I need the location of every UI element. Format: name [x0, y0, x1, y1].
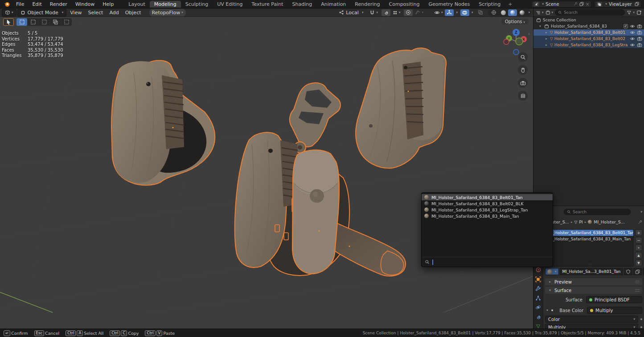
- tab-rendering[interactable]: Rendering: [350, 1, 384, 8]
- material-name-field[interactable]: MI_Holster_Sa...3_Belt01_Tan: [560, 268, 623, 275]
- ortho-grid-icon[interactable]: [518, 91, 528, 101]
- preview-panel-header[interactable]: ▸ Preview: [545, 278, 642, 285]
- overlays-toggle[interactable]: [460, 9, 469, 16]
- hide-eye-icon[interactable]: [630, 30, 635, 35]
- shading-rendered-button[interactable]: [517, 9, 526, 16]
- menu-object[interactable]: Object: [123, 9, 144, 16]
- panel-grip[interactable]: [635, 281, 640, 283]
- tab-animation[interactable]: Animation: [316, 1, 350, 8]
- view-layer-icon[interactable]: [596, 2, 602, 7]
- tab-layout[interactable]: Layout: [124, 1, 149, 8]
- snap-toggle[interactable]: [381, 9, 390, 16]
- zoom-icon[interactable]: [518, 52, 528, 62]
- copy-material-icon[interactable]: [633, 268, 642, 275]
- hide-eye-icon[interactable]: [630, 36, 635, 41]
- tab-modeling[interactable]: Modeling: [150, 1, 181, 8]
- chevron-down-icon[interactable]: ▾: [528, 11, 530, 14]
- tab-physics-icon[interactable]: [535, 305, 541, 310]
- outliner-search-input[interactable]: [564, 10, 622, 15]
- proportional-editing-toggle[interactable]: [404, 9, 413, 16]
- select-mode-subtract-button[interactable]: [39, 18, 49, 26]
- collapse-arrow-icon[interactable]: ▾: [545, 309, 550, 312]
- shading-solid-button[interactable]: [499, 9, 508, 16]
- blender-logo-icon[interactable]: [4, 1, 10, 7]
- collapse-arrow-icon[interactable]: ▾: [538, 24, 542, 28]
- outliner-search[interactable]: [555, 9, 625, 16]
- menu-window[interactable]: Window: [71, 1, 98, 7]
- scene-selector[interactable]: ▾ Scene ×: [531, 1, 592, 8]
- snap-mode-selector[interactable]: ▾: [391, 9, 402, 16]
- tab-particles-icon[interactable]: [535, 295, 541, 301]
- mode-selector[interactable]: Object Mode▾: [17, 9, 67, 16]
- outliner-filter-icon[interactable]: ▾: [627, 10, 635, 15]
- chevron-down-icon[interactable]: ▾: [472, 11, 473, 14]
- remove-slot-button[interactable]: −: [635, 237, 642, 244]
- view-layer-selector[interactable]: ▾ ViewLayer: [594, 1, 641, 8]
- tab-texture-paint[interactable]: Texture Paint: [247, 1, 288, 8]
- properties-search[interactable]: [564, 209, 631, 215]
- menu-select[interactable]: Select: [85, 9, 106, 16]
- browse-material-button[interactable]: ▾: [545, 268, 559, 275]
- pan-hand-icon[interactable]: [518, 65, 528, 75]
- hide-eye-icon[interactable]: [630, 24, 635, 29]
- pin-icon[interactable]: [638, 220, 642, 224]
- visibility-dropdown[interactable]: ▾: [433, 9, 444, 16]
- tab-constraints-icon[interactable]: [535, 314, 541, 320]
- menu-add[interactable]: Add: [107, 9, 121, 16]
- select-mode-new-button[interactable]: [16, 18, 27, 26]
- outliner-display-mode-icon[interactable]: ▾: [536, 10, 544, 15]
- outliner-collection-icon[interactable]: ▾: [546, 10, 554, 15]
- keyframe-dot[interactable]: [640, 326, 642, 328]
- menu-file[interactable]: File: [12, 1, 28, 7]
- new-collection-icon[interactable]: [636, 10, 642, 15]
- scene-icon[interactable]: [533, 2, 539, 7]
- proportional-falloff-selector[interactable]: ▾: [414, 9, 425, 16]
- fake-user-shield-icon[interactable]: [624, 268, 632, 275]
- menu-render[interactable]: Render: [46, 1, 71, 7]
- add-workspace-button[interactable]: +: [505, 1, 515, 8]
- keyframe-dot[interactable]: [640, 318, 642, 320]
- disable-render-camera-icon[interactable]: [637, 30, 642, 35]
- add-slot-button[interactable]: +: [635, 229, 642, 236]
- camera-view-icon[interactable]: [518, 78, 528, 88]
- tab-object-icon[interactable]: [535, 276, 541, 282]
- disable-render-camera-icon[interactable]: [637, 42, 642, 48]
- properties-search-input[interactable]: [573, 210, 628, 214]
- move-slot-down-button[interactable]: ▼: [635, 260, 642, 266]
- outliner-row-belt02[interactable]: ▸ ▽ Holster_Safariland_6384_83_Belt02: [533, 36, 644, 42]
- sidebar-toggle-arrow[interactable]: ‹: [528, 32, 530, 36]
- xray-toggle[interactable]: [476, 9, 485, 16]
- outliner-row-legstrap[interactable]: ▸ ▽ Holster_Safariland_6384_83_LegStrap: [533, 42, 644, 48]
- options-dropdown[interactable]: Options▾: [501, 19, 529, 24]
- menu-edit[interactable]: Edit: [28, 1, 45, 7]
- shading-wireframe-button[interactable]: [489, 9, 498, 16]
- breadcrumb-material-name[interactable]: MI_Holster_S...: [594, 219, 625, 224]
- copy-scene-icon[interactable]: [579, 2, 584, 6]
- surface-panel-header[interactable]: ▾ Surface: [545, 287, 642, 294]
- chevron-down-icon[interactable]: ▾: [640, 210, 642, 214]
- popup-material-item[interactable]: MI_Holster_Safariland_6384_83_LegStrap_T…: [422, 207, 553, 213]
- tab-scripting[interactable]: Scripting: [474, 1, 505, 8]
- panel-grip[interactable]: [635, 289, 640, 292]
- slot-specials-menu[interactable]: ▾: [635, 244, 642, 251]
- disable-render-camera-icon[interactable]: [637, 24, 642, 29]
- copy-view-layer-icon[interactable]: [635, 2, 639, 6]
- popup-search-field[interactable]: [422, 257, 553, 267]
- shading-material-preview-button[interactable]: [508, 9, 517, 16]
- tab-geometry-nodes[interactable]: Geometry Nodes: [424, 1, 474, 8]
- viewport-canvas[interactable]: [0, 17, 533, 329]
- expand-arrow-icon[interactable]: ▸: [544, 37, 549, 41]
- gizmos-toggle[interactable]: [445, 9, 454, 16]
- snap-target-selector[interactable]: ▾: [367, 9, 381, 16]
- transform-orientation-selector[interactable]: Local▾: [336, 9, 366, 16]
- tweak-tool-button[interactable]: [3, 18, 14, 26]
- collection-checkbox[interactable]: ✓: [623, 24, 628, 28]
- select-mode-intersect-button[interactable]: [61, 18, 72, 26]
- menu-view[interactable]: View: [67, 9, 84, 16]
- material-slot-row[interactable]: MI_Holster_Safariland_6384_83_Belt01_Tan: [546, 230, 633, 236]
- popup-material-item[interactable]: MI_Holster_Safariland_6384_83_Main_Tan: [422, 213, 553, 219]
- disable-render-camera-icon[interactable]: [637, 36, 642, 41]
- hide-eye-icon[interactable]: [630, 42, 635, 48]
- tab-render-icon[interactable]: [535, 267, 541, 273]
- select-mode-extend-button[interactable]: [28, 18, 38, 26]
